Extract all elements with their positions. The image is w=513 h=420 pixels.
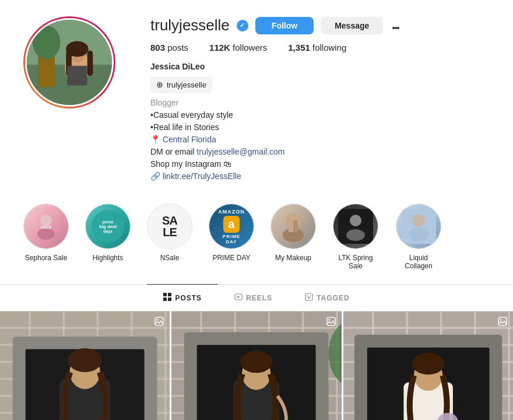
- highlight-label-collagen: Liquid Collagen: [395, 254, 442, 270]
- bio-section: Jessica DiLeo ⊕ trulyjesselle Blogger •C…: [150, 61, 490, 183]
- reels-icon: [234, 293, 243, 303]
- svg-rect-46: [155, 317, 163, 326]
- svg-point-58: [328, 319, 330, 321]
- svg-point-72: [500, 319, 502, 321]
- tagged-icon: [305, 293, 313, 303]
- profile-info: trulyjesselle ✓ Follow Message 803 posts…: [150, 16, 490, 183]
- location: 📍 Central Florida: [150, 134, 490, 146]
- highlight-circle-makeup: [270, 204, 316, 249]
- full-name: Jessica DiLeo: [150, 61, 490, 73]
- followers-stat[interactable]: 112K followers: [209, 43, 267, 52]
- svg-text:SALE: SALE: [41, 225, 52, 229]
- follow-button[interactable]: Follow: [255, 17, 314, 34]
- highlight-circle-prime: AMAZON a PRIME DAY: [209, 204, 254, 249]
- svg-rect-20: [293, 220, 298, 232]
- username-row: trulyjesselle ✓ Follow Message: [150, 16, 490, 34]
- svg-rect-19: [289, 220, 293, 232]
- more-options-button[interactable]: [390, 16, 402, 34]
- highlights-section: SALE Sephora Sale prime big deal days Hi…: [0, 194, 513, 284]
- posts-stat[interactable]: 803 posts: [150, 43, 188, 52]
- highlight-circle-ltk: [333, 204, 378, 249]
- svg-point-3: [33, 26, 61, 60]
- svg-point-22: [350, 215, 361, 226]
- svg-rect-9: [67, 66, 87, 86]
- svg-point-67: [412, 352, 444, 374]
- highlight-circle-collagen: [396, 204, 441, 249]
- highlight-ltk[interactable]: LTK Spring Sale: [332, 204, 379, 270]
- email-link[interactable]: trulyjesselle@gmail.com: [196, 147, 284, 156]
- posts-grid-icon: [163, 293, 171, 303]
- amazon-badge: AMAZON a PRIME DAY: [209, 204, 254, 249]
- post-item-2[interactable]: [171, 311, 341, 420]
- highlight-makeup[interactable]: My Makeup: [270, 204, 316, 270]
- svg-point-23: [346, 229, 365, 241]
- post-save-icon-3: [497, 316, 508, 327]
- tab-reels[interactable]: REELS: [218, 284, 289, 311]
- threads-handle: trulyjesselle: [167, 79, 206, 91]
- post-item-1[interactable]: [0, 311, 170, 420]
- svg-point-25: [412, 214, 425, 227]
- highlight-label-ltk: LTK Spring Sale: [332, 254, 379, 270]
- category: Blogger: [150, 97, 490, 109]
- svg-rect-27: [163, 293, 167, 296]
- svg-rect-28: [168, 293, 171, 296]
- posts-grid: [0, 311, 513, 420]
- highlight-highlights[interactable]: prime big deal days Highlights: [85, 204, 131, 270]
- highlight-label-nsale: NSale: [160, 254, 180, 262]
- post-save-icon-1: [153, 316, 165, 327]
- svg-rect-30: [168, 298, 171, 301]
- bio-line-1: •Casual everyday style: [150, 109, 490, 121]
- highlight-label-makeup: My Makeup: [275, 254, 311, 262]
- tab-reels-label: REELS: [246, 294, 272, 302]
- svg-point-43: [68, 348, 102, 372]
- highlight-nsale[interactable]: SA LE NSale: [147, 204, 192, 270]
- svg-point-11: [37, 228, 55, 240]
- more-dots-icon: [392, 19, 399, 32]
- svg-point-26: [409, 228, 428, 242]
- bio-link[interactable]: 🔗 linktr.ee/TrulyJessElle: [150, 172, 241, 181]
- bio-line-2: •Real life in Stories: [150, 121, 490, 134]
- stats-row: 803 posts 112K followers 1,351 following: [150, 43, 490, 52]
- tab-tagged-label: TAGGED: [317, 294, 349, 302]
- highlight-label-prime: PRIME DAY: [212, 254, 250, 262]
- highlight-label-sephora: Sephora Sale: [25, 254, 68, 262]
- tab-posts[interactable]: POSTS: [147, 284, 218, 311]
- svg-rect-57: [327, 317, 335, 326]
- following-stat[interactable]: 1,351 following: [288, 43, 346, 52]
- svg-rect-71: [498, 317, 507, 326]
- category-label: Blogger: [150, 98, 178, 107]
- verified-badge: ✓: [237, 20, 248, 32]
- link-line[interactable]: 🔗 linktr.ee/TrulyJessElle: [150, 170, 490, 183]
- tabs-section: POSTS REELS TAGGED: [0, 284, 513, 311]
- username: trulyjesselle: [150, 16, 230, 34]
- svg-rect-29: [163, 298, 167, 301]
- tab-posts-label: POSTS: [175, 294, 202, 302]
- highlight-circle-sephora: SALE: [23, 204, 69, 249]
- highlight-sephora[interactable]: SALE Sephora Sale: [23, 204, 69, 270]
- svg-rect-8: [87, 51, 93, 76]
- svg-point-10: [40, 215, 52, 226]
- svg-point-56: [240, 351, 272, 373]
- svg-text:days: days: [103, 229, 113, 234]
- highlight-circle-nsale: SA LE: [147, 204, 192, 249]
- location-pin-icon: 📍: [150, 135, 160, 144]
- highlight-collagen[interactable]: Liquid Collagen: [395, 204, 442, 270]
- location-link[interactable]: Central Florida: [163, 135, 216, 144]
- threads-icon: ⊕: [156, 79, 163, 91]
- profile-container: trulyjesselle ✓ Follow Message 803 posts…: [0, 0, 513, 194]
- highlight-prime[interactable]: AMAZON a PRIME DAY PRIME DAY: [209, 204, 254, 270]
- shop-line[interactable]: Shop my Instagram 🛍: [150, 158, 490, 170]
- post-save-icon-2: [325, 316, 337, 327]
- message-button[interactable]: Message: [321, 17, 383, 34]
- svg-marker-32: [237, 296, 240, 298]
- highlight-label-highlights: Highlights: [93, 254, 124, 262]
- threads-link[interactable]: ⊕ trulyjesselle: [150, 76, 490, 93]
- avatar-wrapper[interactable]: [23, 16, 115, 183]
- post-item-3[interactable]: [343, 311, 513, 420]
- tab-tagged[interactable]: TAGGED: [289, 284, 366, 311]
- svg-point-47: [157, 319, 159, 321]
- highlight-circle-highlights: prime big deal days: [85, 204, 131, 249]
- contact-line: DM or email trulyjesselle@gmail.com: [150, 146, 490, 158]
